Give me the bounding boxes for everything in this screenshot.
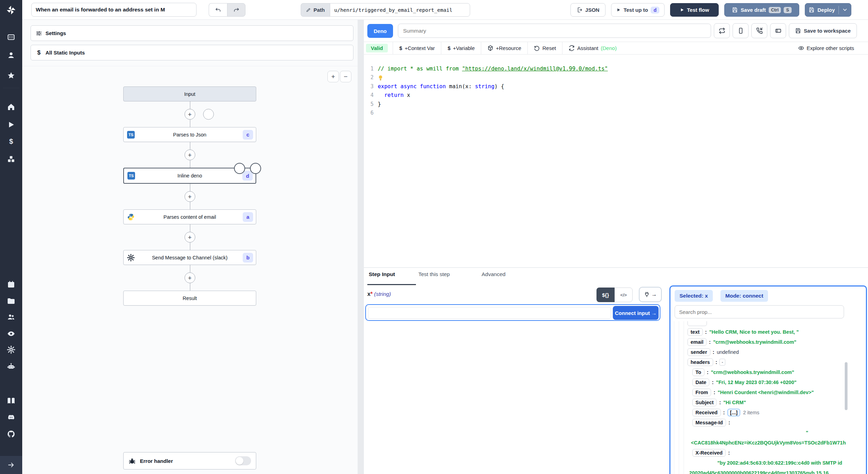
prop-key[interactable]: Received bbox=[692, 409, 721, 416]
delete-node-button[interactable] bbox=[250, 163, 261, 174]
array-expand-toggle[interactable]: [...] bbox=[727, 409, 741, 416]
flow-node-parses-content-of-email[interactable]: Parses content of emaila bbox=[123, 209, 256, 224]
json-button[interactable]: JSON bbox=[570, 3, 606, 17]
prop-row-text[interactable]: text:"Hello CRM, Nice to meet you. Best,… bbox=[670, 327, 866, 337]
connect-input-button[interactable]: Connect input → bbox=[613, 306, 659, 320]
flow-settings-button[interactable]: Settings bbox=[31, 25, 353, 41]
flow-node-inline-deno[interactable]: TSInline denod bbox=[123, 168, 256, 184]
path-chip[interactable]: Path bbox=[301, 3, 330, 17]
step-input-field[interactable] bbox=[368, 307, 611, 319]
sync-button[interactable] bbox=[714, 23, 730, 38]
collapse-toggle[interactable]: - bbox=[719, 359, 725, 366]
lightbulb-icon[interactable] bbox=[378, 75, 383, 81]
sidebar-item-eye[interactable] bbox=[7, 330, 15, 338]
sidebar-item-star[interactable] bbox=[7, 72, 15, 80]
prop-key[interactable]: Message-Id bbox=[692, 419, 726, 426]
sidebar-item-calendar[interactable] bbox=[7, 280, 15, 289]
redo-button[interactable] bbox=[227, 3, 245, 17]
trigger-button[interactable] bbox=[203, 109, 214, 120]
sidebar-item-robot[interactable] bbox=[7, 362, 15, 371]
save-to-workspace-button[interactable]: Save to workspace bbox=[789, 23, 857, 38]
sidebar-item-book[interactable] bbox=[7, 397, 15, 405]
prop-row-subject[interactable]: Subject:"Hi CRM" bbox=[670, 397, 866, 407]
sidebar-item-home[interactable] bbox=[7, 103, 15, 111]
code-editor[interactable]: 1// import * as wmill from "https://deno… bbox=[364, 55, 868, 267]
sidebar-item-app-window[interactable] bbox=[7, 33, 15, 41]
prop-key[interactable]: headers bbox=[687, 358, 713, 366]
phone-incoming-button[interactable] bbox=[751, 23, 767, 38]
sidebar-item-dollar[interactable]: $ bbox=[7, 137, 15, 145]
tab-advanced[interactable]: Advanced bbox=[482, 271, 506, 277]
prop-row-from[interactable]: From:"Henri Courdent <henri@windmill.dev… bbox=[670, 387, 866, 397]
deploy-button[interactable]: Deploy bbox=[805, 3, 851, 17]
add-step-button[interactable]: + bbox=[184, 150, 195, 160]
mobile-view-button[interactable] bbox=[733, 23, 749, 38]
sidebar-item-folder[interactable] bbox=[7, 297, 15, 305]
error-handler[interactable]: Error handler bbox=[123, 452, 256, 469]
prop-key[interactable]: Subject bbox=[692, 399, 717, 406]
all-static-inputs-button[interactable]: $All Static Inputs bbox=[31, 45, 353, 60]
sidebar-item-user[interactable] bbox=[7, 51, 15, 59]
search-prop-input[interactable] bbox=[675, 305, 844, 318]
sidebar-item-users[interactable] bbox=[7, 313, 15, 321]
prop-key[interactable]: To bbox=[692, 368, 704, 376]
prop-row-received[interactable]: Received:[...]2 items bbox=[670, 407, 866, 417]
add-step-button[interactable]: + bbox=[184, 273, 195, 283]
sidebar-item-github[interactable] bbox=[7, 430, 15, 438]
prop-key[interactable]: Date bbox=[692, 379, 709, 386]
flow-node-input[interactable]: Input bbox=[123, 86, 256, 101]
summary-input[interactable] bbox=[398, 24, 711, 38]
flow-node-send-message-to-channel-slack-[interactable]: Send Message to Channel (slack)b bbox=[123, 250, 256, 265]
zoom-in-button[interactable]: + bbox=[327, 71, 339, 82]
flow-node-result[interactable]: Result bbox=[123, 291, 256, 306]
prop-row-sender[interactable]: sender:undefined bbox=[670, 347, 866, 357]
zoom-out-button[interactable]: − bbox=[340, 71, 351, 82]
prop-key[interactable]: X-Received bbox=[692, 449, 726, 457]
sidebar-item-discord[interactable] bbox=[7, 413, 15, 422]
error-handler-toggle[interactable] bbox=[235, 456, 251, 465]
reset-button[interactable]: Reset bbox=[528, 42, 562, 55]
sidebar-item-play[interactable] bbox=[7, 120, 15, 129]
path-value-input[interactable]: u/henri/triggered_by_email_report_email bbox=[330, 3, 470, 17]
undo-button[interactable] bbox=[209, 3, 227, 17]
explore-other-scripts-button[interactable]: Explore other scripts bbox=[792, 42, 860, 55]
sidebar-item-boxes[interactable] bbox=[7, 155, 15, 163]
prop-row-date[interactable]: Date:"Fri, 12 May 2023 07:30:46 +0200" bbox=[670, 377, 866, 387]
prop-key[interactable]: email bbox=[687, 338, 707, 346]
windmill-logo[interactable] bbox=[0, 0, 22, 20]
prop-row-x-received[interactable]: X-Received: bbox=[670, 448, 866, 458]
tab-step-input[interactable]: Step Input bbox=[369, 271, 395, 277]
prop-row-message-id[interactable]: Message-Id: bbox=[670, 417, 866, 427]
prop-value-line[interactable]: <CAC818hk4NphcENz=iKcz2BQGUjkVym8Vos=TSO… bbox=[670, 438, 866, 448]
tab-test-this-step[interactable]: Test this step bbox=[418, 271, 450, 277]
scrollbar-thumb[interactable] bbox=[845, 362, 848, 410]
code-mode-toggle[interactable]: </> bbox=[615, 288, 633, 302]
chevron-down-icon[interactable] bbox=[842, 7, 848, 13]
add-context-var-button[interactable]: $+Context Var bbox=[393, 42, 441, 55]
language-badge[interactable]: Deno bbox=[367, 24, 393, 38]
prop-key[interactable]: From bbox=[692, 389, 711, 396]
panel-layout-button[interactable] bbox=[770, 23, 786, 38]
prop-row-email[interactable]: email:"crm@webhooks.trywindmill.com" bbox=[670, 337, 866, 347]
save-draft-button[interactable]: Save draftCtrlS bbox=[724, 3, 799, 17]
prop-value-line[interactable]: "by 2002:ad4:5c63:0:b0:622:199c:c4d0 wit… bbox=[670, 458, 866, 468]
add-resource-button[interactable]: +Resource bbox=[481, 42, 527, 55]
sidebar-item-gear[interactable] bbox=[7, 346, 15, 354]
test-up-to-button[interactable]: Test up tod bbox=[611, 3, 665, 17]
template-mode-toggle[interactable]: ${} bbox=[596, 288, 615, 302]
prop-key[interactable]: text bbox=[687, 328, 703, 336]
prop-value-line[interactable]: 20020ad45c63000000b00622199cc4d0mr130376… bbox=[670, 468, 866, 474]
flow-node-parses-to-json[interactable]: TSParses to Jsonc bbox=[123, 127, 256, 142]
assistant-button[interactable]: Assistant(Deno) bbox=[562, 42, 623, 55]
panel-resize-handle[interactable] bbox=[358, 20, 364, 474]
prop-row-headers[interactable]: headers:- bbox=[670, 357, 866, 367]
move-node-button[interactable] bbox=[234, 163, 245, 174]
sidebar-expand-button[interactable] bbox=[0, 456, 22, 474]
prop-row-to[interactable]: To:"crm@webhooks.trywindmill.com" bbox=[670, 367, 866, 377]
add-step-button[interactable]: + bbox=[184, 191, 195, 202]
prop-key[interactable]: sender bbox=[687, 348, 710, 356]
add-variable-button[interactable]: $+Variable bbox=[441, 42, 481, 55]
flow-title-input[interactable] bbox=[31, 3, 197, 17]
add-step-button[interactable]: + bbox=[184, 109, 195, 120]
connect-mode-button[interactable]: → bbox=[639, 287, 662, 302]
